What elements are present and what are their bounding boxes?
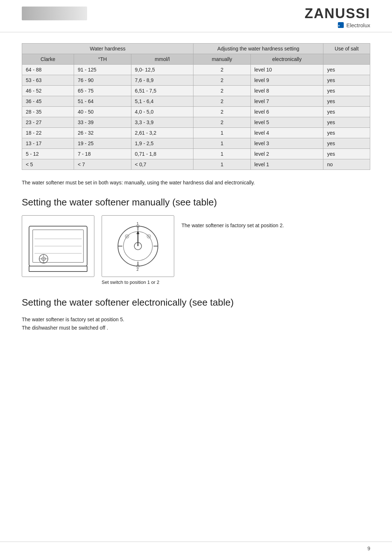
cell-clarke: < 5 [22, 159, 74, 170]
th-th: °TH [74, 54, 131, 65]
cell-electronically: level 6 [250, 107, 323, 117]
diagram1-svg [25, 219, 91, 273]
cell-electronically: level 5 [250, 117, 323, 128]
water-hardness-table: Water hardness Adjusting the water hardn… [22, 43, 370, 170]
cell-manually: 2 [193, 96, 250, 107]
electrolux-icon: e [338, 22, 344, 28]
diagram2-caption: Set switch to position 1 or 2 [102, 279, 174, 286]
cell-manually: 1 [193, 138, 250, 149]
cell-th: 91 - 125 [74, 65, 131, 75]
cell-salt: yes [323, 65, 370, 75]
cell-salt: no [323, 159, 370, 170]
table-row: 23 - 2733 - 393,3 - 3,92level 5yes [22, 117, 370, 128]
cell-th: 40 - 50 [74, 107, 131, 117]
table-row: 53 - 6376 - 907,6 - 8,92level 9yes [22, 75, 370, 86]
electronic-line2: The dishwasher must be switched off . [22, 324, 370, 332]
table-row: 5 - 127 - 180,71 - 1,81level 2yes [22, 149, 370, 159]
svg-text:e: e [338, 24, 340, 27]
cell-clarke: 13 - 17 [22, 138, 74, 149]
cell-manually: 2 [193, 86, 250, 96]
page-number: 9 [367, 546, 370, 551]
cell-clarke: 23 - 27 [22, 117, 74, 128]
cell-salt: yes [323, 138, 370, 149]
cell-mmol: 6,51 - 7,5 [131, 86, 193, 96]
th-adjusting: Adjusting the water hardness setting [193, 44, 323, 54]
cell-salt: yes [323, 96, 370, 107]
cell-manually: 2 [193, 65, 250, 75]
cell-manually: 2 [193, 107, 250, 117]
cell-electronically: level 8 [250, 86, 323, 96]
diagram2-box: 1 2 [102, 215, 174, 277]
cell-mmol: < 0,7 [131, 159, 193, 170]
diagrams-row: 1 2 Set switch to positio [22, 215, 370, 286]
cell-clarke: 36 - 45 [22, 96, 74, 107]
cell-electronically: level 3 [250, 138, 323, 149]
cell-manually: 1 [193, 149, 250, 159]
cell-mmol: 3,3 - 3,9 [131, 117, 193, 128]
th-use-of-salt: Use of salt [323, 44, 370, 54]
electronic-desc: The water softener is factory set at pos… [22, 315, 370, 333]
header-decoration [22, 7, 87, 20]
th-salt-empty [323, 54, 370, 65]
cell-electronically: level 9 [250, 75, 323, 86]
cell-mmol: 7,6 - 8,9 [131, 75, 193, 86]
cell-mmol: 5,1 - 6,4 [131, 96, 193, 107]
th-clarke: Clarke [22, 54, 74, 65]
cell-electronically: level 4 [250, 128, 323, 138]
table-row: 28 - 3540 - 504,0 - 5,02level 6yes [22, 107, 370, 117]
cell-th: 19 - 25 [74, 138, 131, 149]
manual-right-text: The water softener is factory set at pos… [181, 215, 370, 228]
th-mmol: mmol/l [131, 54, 193, 65]
section-manual-heading: Setting the water softener manually (see… [22, 197, 370, 208]
cell-manually: 2 [193, 75, 250, 86]
diagram1-container [22, 215, 94, 277]
electronic-line1: The water softener is factory set at pos… [22, 315, 370, 324]
table-row: < 5< 7< 0,71level 1no [22, 159, 370, 170]
cell-mmol: 9,0- 12,5 [131, 65, 193, 75]
cell-th: 33 - 39 [74, 117, 131, 128]
cell-clarke: 46 - 52 [22, 86, 74, 96]
svg-marker-25 [136, 230, 139, 234]
table-row: 36 - 4551 - 645,1 - 6,42level 7yes [22, 96, 370, 107]
electronic-section: Setting the water softener electronicall… [22, 297, 370, 333]
cell-salt: yes [323, 128, 370, 138]
cell-electronically: level 1 [250, 159, 323, 170]
cell-salt: yes [323, 107, 370, 117]
cell-th: 26 - 32 [74, 128, 131, 138]
diagram2-svg: 1 2 [105, 219, 171, 273]
cell-th: 51 - 64 [74, 96, 131, 107]
cell-electronically: level 7 [250, 96, 323, 107]
th-manually: manually [193, 54, 250, 65]
cell-mmol: 0,71 - 1,8 [131, 149, 193, 159]
electrolux-brand: e Electrolux [338, 22, 370, 28]
cell-th: < 7 [74, 159, 131, 170]
page-header: ZANUSSI e Electrolux [0, 0, 392, 32]
th-electronically: electronically [250, 54, 323, 65]
svg-text:2: 2 [136, 267, 139, 272]
cell-th: 76 - 90 [74, 75, 131, 86]
zanussi-brand: ZANUSSI [305, 7, 370, 20]
brand-logo: ZANUSSI e Electrolux [305, 7, 370, 28]
table-header-row1: Water hardness Adjusting the water hardn… [22, 44, 370, 54]
cell-salt: yes [323, 117, 370, 128]
table-row: 64 - 8891 - 1259,0- 12,52level 10yes [22, 65, 370, 75]
cell-electronically: level 10 [250, 65, 323, 75]
cell-salt: yes [323, 86, 370, 96]
cell-th: 65 - 75 [74, 86, 131, 96]
description-text: The water softener must be set in both w… [22, 179, 370, 187]
table-header-row2: Clarke °TH mmol/l manually electronicall… [22, 54, 370, 65]
diagram1-box [22, 215, 94, 277]
cell-manually: 2 [193, 117, 250, 128]
cell-th: 7 - 18 [74, 149, 131, 159]
table-body: 64 - 8891 - 1259,0- 12,52level 10yes53 -… [22, 65, 370, 170]
cell-manually: 1 [193, 159, 250, 170]
diagram2-container: 1 2 Set switch to positio [102, 215, 174, 286]
cell-salt: yes [323, 149, 370, 159]
main-content: Water hardness Adjusting the water hardn… [0, 43, 392, 332]
cell-clarke: 18 - 22 [22, 128, 74, 138]
cell-mmol: 4,0 - 5,0 [131, 107, 193, 117]
table-row: 46 - 5265 - 756,51 - 7,52level 8yes [22, 86, 370, 96]
cell-salt: yes [323, 75, 370, 86]
cell-mmol: 1,9 - 2,5 [131, 138, 193, 149]
cell-clarke: 28 - 35 [22, 107, 74, 117]
